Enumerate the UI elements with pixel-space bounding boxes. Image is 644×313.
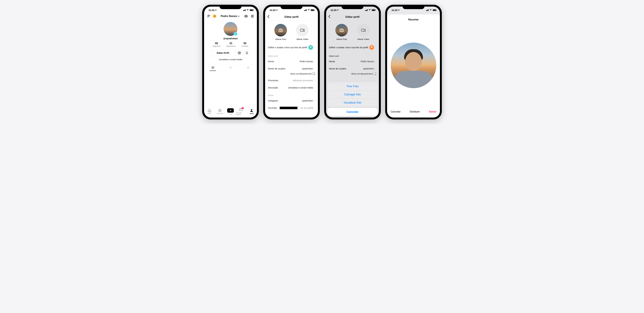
tab-private[interactable] [239, 64, 257, 71]
wifi-icon [430, 9, 432, 11]
profile-name-dropdown[interactable]: Pedro Nunes [221, 14, 240, 18]
page-title: Recortar [387, 16, 440, 23]
person-icon [250, 109, 254, 112]
phone-crop: 10:25➤ Recortar Cancelar Desfazer Salvar [385, 5, 442, 119]
save-button[interactable]: Salvar [429, 110, 436, 113]
edit-header: Editar perfil [326, 13, 379, 20]
menu-icon[interactable] [250, 14, 254, 18]
profile-url-row[interactable]: tiktok.com/@opedrohen [326, 72, 379, 77]
tab-grid[interactable] [204, 64, 222, 71]
change-video-button[interactable]: Alterar Vídeo [357, 24, 370, 40]
sheet-upload-photo[interactable]: Carregar foto [328, 90, 377, 98]
cancel-button[interactable]: Cancelar [390, 110, 400, 113]
username: @opedrohen [223, 37, 238, 40]
sheet-take-photo[interactable]: Tirar Foto [328, 82, 377, 90]
chevron-right-icon: › [375, 46, 376, 49]
sheet-cancel[interactable]: Cancelar [328, 108, 377, 116]
chevron-right-icon: › [314, 79, 315, 82]
avatar-row[interactable]: Definir o avatar como sua foto do perfil… [265, 43, 318, 52]
change-photo-button[interactable]: Alterar Foto [335, 24, 348, 40]
page-title: Editar perfil [284, 15, 298, 18]
youtube-row[interactable]: YouTube xxxxxxxxxxxxxxx ao seu perfil› [265, 104, 318, 112]
phone-photo-action-sheet: 10:25➤ Editar perfil Alterar Foto [324, 5, 381, 119]
edit-profile-button[interactable]: Editar Perfil [211, 50, 235, 56]
tab-inbox[interactable]: 7 Caixa de entrada [236, 107, 246, 116]
svg-rect-10 [300, 29, 303, 31]
page-title: Editar perfil [346, 15, 360, 18]
change-photo-button[interactable]: Alterar Foto [274, 24, 287, 40]
status-time: 10:25 [270, 9, 276, 11]
tab-profile[interactable]: Perfil [246, 107, 257, 116]
tab-create[interactable]: + Criar [225, 107, 236, 116]
battery-icon [250, 9, 254, 11]
status-time: 10:25 [330, 9, 336, 11]
avatar-add-icon[interactable]: + [234, 32, 238, 36]
avatar-row[interactable]: Definir o avatar como sua foto do perfil… [326, 43, 379, 52]
svg-point-9 [280, 29, 282, 31]
chevron-right-icon: › [314, 99, 315, 102]
svg-rect-12 [362, 29, 364, 31]
eye-icon[interactable] [244, 14, 248, 18]
notch [280, 5, 302, 9]
svg-point-11 [341, 29, 342, 31]
profile-name: Pedro Nunes [221, 14, 237, 18]
location-icon: ➤ [214, 9, 217, 11]
back-button[interactable] [328, 15, 330, 19]
wifi-icon [368, 9, 371, 11]
svg-point-4 [240, 52, 240, 52]
location-icon: ➤ [336, 9, 339, 11]
following-stat[interactable]: 82 Seguindo [212, 42, 220, 47]
name-row[interactable]: Nome Pedro Nunes› [265, 58, 318, 65]
change-video-button[interactable]: Alterar Vídeo [296, 24, 309, 40]
battery-icon [311, 9, 314, 11]
undo-button[interactable]: Desfazer [410, 110, 420, 113]
signal-icon [426, 9, 429, 11]
compass-icon [218, 109, 222, 112]
copy-icon [374, 73, 376, 75]
instagram-icon [238, 51, 241, 54]
signal-icon [365, 9, 368, 11]
chevron-right-icon: › [375, 60, 376, 63]
back-button[interactable] [267, 15, 270, 19]
tab-discover[interactable]: Descobrir [214, 107, 225, 116]
video-icon [361, 28, 366, 32]
instagram-link-button[interactable] [236, 50, 242, 56]
name-row[interactable]: Nome Pedro Nunes› [326, 58, 379, 65]
chevron-right-icon: › [314, 60, 315, 63]
description-row[interactable]: Descrição Jornalista e social media› [265, 84, 318, 91]
tab-home[interactable]: Início [204, 107, 214, 116]
notch [402, 5, 424, 9]
bookmark-button[interactable] [244, 50, 250, 56]
avatar-preview-icon [369, 45, 374, 50]
username-row[interactable]: Nome de usuário opedrohen› [265, 65, 318, 72]
notch [342, 5, 364, 9]
status-time: 10:25 [208, 9, 214, 11]
video-icon [300, 28, 305, 32]
instagram-row[interactable]: Instagram opedrohen› [265, 97, 318, 104]
bio: Jornalista e social media [204, 58, 257, 61]
followers-stat[interactable]: 21 Seguidores [226, 42, 236, 47]
chevron-right-icon: › [314, 86, 315, 89]
stats-row: 82 Seguindo 21 Seguidores 55 Curtidas [204, 42, 257, 47]
lock-icon [247, 66, 250, 69]
crop-preview[interactable] [391, 42, 436, 88]
svg-point-1 [246, 16, 246, 17]
chevron-down-icon [238, 15, 240, 17]
battery-icon [433, 9, 436, 11]
phone-profile: 10:25 ➤ R$ Pedro Nunes [202, 5, 259, 119]
camera-icon [278, 28, 283, 32]
sheet-view-photo[interactable]: Visualizar foto [328, 98, 377, 107]
svg-point-8 [251, 109, 252, 110]
add-user-icon[interactable] [206, 14, 211, 18]
pronouns-row[interactable]: Pronomes Adicionar pronomes› [265, 77, 318, 84]
profile-url-row[interactable]: tiktok.com/@opedrohen [265, 72, 318, 77]
tab-liked[interactable] [222, 64, 239, 71]
username-row[interactable]: Nome de usuário opedrohen› [326, 65, 379, 72]
likes-stat[interactable]: 55 Curtidas [241, 42, 248, 47]
heart-lock-icon [229, 66, 232, 69]
signal-icon [304, 9, 307, 11]
crop-area[interactable] [387, 23, 440, 107]
coin-icon[interactable]: R$ [213, 14, 216, 18]
svg-point-3 [239, 52, 240, 53]
avatar[interactable]: + [224, 22, 238, 36]
